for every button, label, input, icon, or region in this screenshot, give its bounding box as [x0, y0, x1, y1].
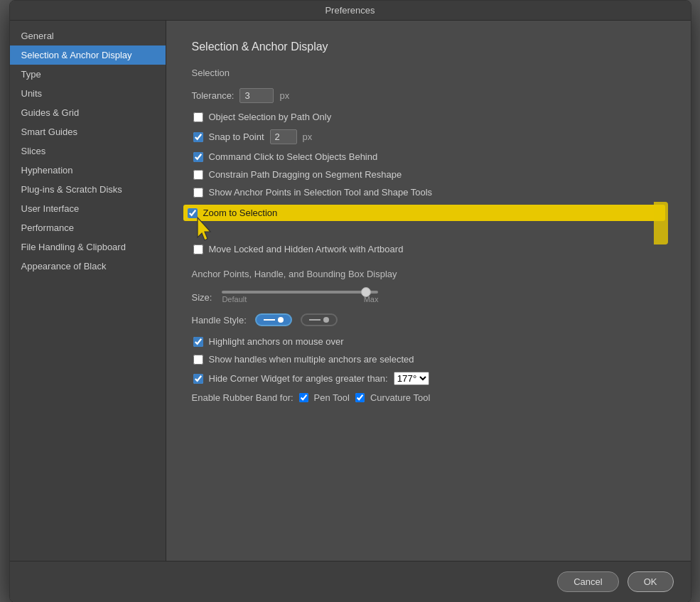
tolerance-row: Tolerance: px — [192, 88, 665, 103]
anchor-section-label: Anchor Points, Handle, and Bounding Box … — [192, 269, 665, 279]
main-panel: Selection & Anchor Display Selection Tol… — [166, 21, 691, 561]
zoom-selection-row: Zoom to Selection — [183, 205, 665, 221]
slider-default-label: Default — [222, 295, 247, 303]
sidebar-item-guides-grid[interactable]: Guides & Grid — [10, 103, 166, 122]
handle-line1 — [264, 319, 275, 321]
handle-style-row: Handle Style: — [192, 313, 665, 326]
highlight-anchors-row: Highlight anchors on mouse over — [192, 336, 665, 347]
page-title: Selection & Anchor Display — [192, 41, 665, 53]
sidebar-item-appearance-black[interactable]: Appearance of Black — [10, 257, 166, 276]
show-anchor-label[interactable]: Show Anchor Points in Selection Tool and… — [209, 187, 433, 198]
cursor-arrow-icon — [195, 216, 215, 242]
sidebar: General Selection & Anchor Display Type … — [10, 21, 166, 561]
show-anchor-checkbox[interactable] — [193, 188, 203, 198]
snap-to-point-input[interactable] — [270, 129, 297, 144]
size-label: Size: — [192, 292, 212, 303]
sidebar-item-performance[interactable]: Performance — [10, 218, 166, 237]
command-click-checkbox[interactable] — [193, 152, 203, 162]
ok-button[interactable]: OK — [628, 571, 674, 592]
cancel-button[interactable]: Cancel — [557, 571, 618, 592]
sidebar-item-selection-anchor[interactable]: Selection & Anchor Display — [10, 45, 166, 65]
show-handles-checkbox[interactable] — [193, 355, 203, 365]
rubber-band-label: Enable Rubber Band for: — [192, 392, 294, 403]
pen-tool-checkbox[interactable] — [299, 393, 308, 402]
title-bar: Preferences — [10, 1, 691, 21]
size-slider-container: Default Max — [222, 291, 378, 303]
rubber-band-row: Enable Rubber Band for: Pen Tool Curvatu… — [192, 392, 665, 403]
tolerance-label: Tolerance: — [192, 90, 235, 101]
anchor-section-divider: Anchor Points, Handle, and Bounding Box … — [192, 269, 665, 279]
sidebar-item-file-handling[interactable]: File Handling & Clipboard — [10, 237, 166, 257]
window-title: Preferences — [325, 5, 375, 16]
sidebar-item-smart-guides[interactable]: Smart Guides — [10, 122, 166, 141]
selection-section-label: Selection — [192, 68, 665, 78]
move-locked-row: Move Locked and Hidden Artwork with Artb… — [192, 244, 665, 254]
hide-corner-checkbox[interactable] — [193, 374, 203, 384]
handle-dot2 — [323, 317, 329, 323]
highlight-anchors-checkbox[interactable] — [193, 337, 203, 347]
sidebar-item-slices[interactable]: Slices — [10, 141, 166, 161]
object-selection-row: Object Selection by Path Only — [192, 112, 665, 122]
sidebar-item-units[interactable]: Units — [10, 84, 166, 103]
size-row: Size: Default Max — [192, 291, 665, 303]
snap-to-point-label[interactable]: Snap to Point — [209, 131, 264, 142]
sidebar-item-user-interface[interactable]: User Interface — [10, 199, 166, 218]
command-click-label[interactable]: Command Click to Select Objects Behind — [209, 151, 378, 162]
footer: Cancel OK — [10, 561, 691, 602]
curvature-tool-checkbox[interactable] — [355, 393, 365, 402]
snap-to-point-row: Snap to Point px — [192, 129, 665, 144]
handle-style-btn2[interactable] — [301, 313, 338, 326]
snap-to-point-checkbox[interactable] — [193, 132, 203, 142]
slider-max-label: Max — [364, 295, 379, 303]
sidebar-item-plugins[interactable]: Plug-ins & Scratch Disks — [10, 180, 166, 199]
constrain-path-checkbox[interactable] — [193, 170, 203, 180]
pen-tool-label[interactable]: Pen Tool — [314, 392, 350, 403]
tolerance-input[interactable] — [239, 88, 274, 103]
move-locked-label[interactable]: Move Locked and Hidden Artwork with Artb… — [209, 244, 404, 254]
handle-line2 — [309, 319, 321, 321]
object-selection-label[interactable]: Object Selection by Path Only — [209, 112, 332, 122]
show-handles-row: Show handles when multiple anchors are s… — [192, 354, 665, 365]
sidebar-item-general[interactable]: General — [10, 26, 166, 45]
snap-unit: px — [303, 131, 313, 142]
show-handles-label[interactable]: Show handles when multiple anchors are s… — [209, 354, 414, 365]
tolerance-unit: px — [279, 90, 289, 101]
preferences-window: Preferences General Selection & Anchor D… — [9, 0, 691, 602]
corner-angle-dropdown[interactable]: 177° 135° 90° 45° — [394, 372, 429, 385]
hide-corner-row: Hide Corner Widget for angles greater th… — [192, 372, 665, 385]
svg-marker-0 — [198, 217, 210, 240]
content-area: General Selection & Anchor Display Type … — [10, 21, 691, 561]
curvature-tool-label[interactable]: Curvature Tool — [370, 392, 430, 403]
command-click-row: Command Click to Select Objects Behind — [192, 151, 665, 162]
constrain-path-row: Constrain Path Dragging on Segment Resha… — [192, 169, 665, 180]
hide-corner-label[interactable]: Hide Corner Widget for angles greater th… — [209, 373, 388, 384]
highlight-anchors-label[interactable]: Highlight anchors on mouse over — [209, 336, 344, 347]
constrain-path-label[interactable]: Constrain Path Dragging on Segment Resha… — [209, 169, 402, 180]
handle-style-label: Handle Style: — [192, 315, 247, 326]
object-selection-checkbox[interactable] — [193, 112, 203, 122]
handle-dot1 — [278, 317, 284, 323]
move-locked-checkbox[interactable] — [193, 244, 203, 254]
sidebar-item-hyphenation[interactable]: Hyphenation — [10, 161, 166, 180]
handle-style-btn1[interactable] — [255, 313, 292, 326]
size-slider[interactable] — [222, 291, 378, 294]
show-anchor-row: Show Anchor Points in Selection Tool and… — [192, 187, 665, 198]
sidebar-item-type[interactable]: Type — [10, 65, 166, 84]
